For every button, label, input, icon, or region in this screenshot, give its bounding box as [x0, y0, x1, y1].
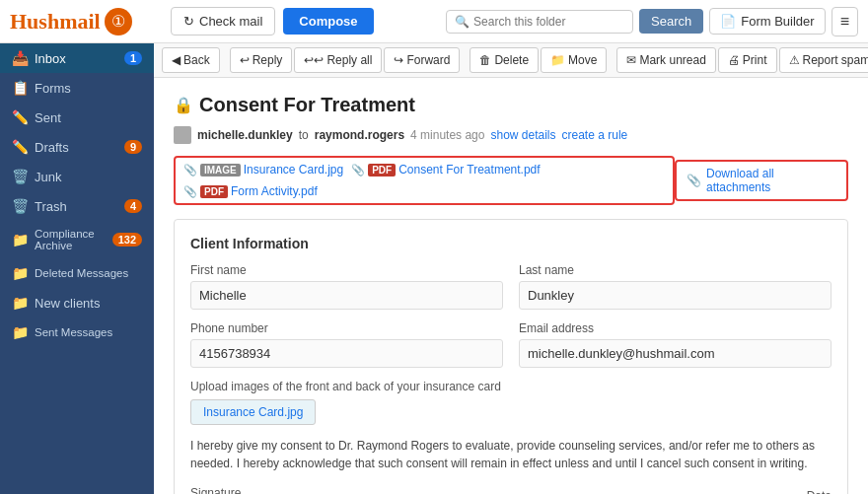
- signature-block: Signature Michelle Dunkley: [190, 486, 391, 494]
- att-type-3: PDF: [200, 185, 228, 198]
- menu-button[interactable]: ≡: [832, 7, 858, 36]
- name-row: First name Michelle Last name Dunkley: [190, 263, 832, 310]
- mark-unread-button[interactable]: ✉ Mark unread: [616, 47, 715, 73]
- drafts-icon: ✏️: [12, 139, 28, 155]
- upload-link[interactable]: Insurance Card.jpg: [190, 399, 316, 425]
- form-icon: 📄: [720, 14, 736, 29]
- reply-all-button[interactable]: ↩↩ Reply all: [294, 47, 382, 73]
- check-mail-button[interactable]: ↻ Check mail: [171, 7, 275, 35]
- print-button[interactable]: 🖨 Print: [718, 47, 777, 73]
- sidebar-item-newclients[interactable]: 📁 New clients: [0, 288, 154, 318]
- phone-value: 4156738934: [190, 339, 503, 368]
- att-type-1: IMAGE: [200, 164, 241, 176]
- drafts-badge: 9: [124, 140, 142, 154]
- reply-all-icon: ↩↩: [304, 53, 324, 67]
- time-ago: 4 minutes ago: [410, 128, 484, 142]
- delete-button[interactable]: 🗑 Delete: [470, 47, 539, 73]
- reply-button[interactable]: ↩ Reply: [230, 47, 293, 73]
- sidebar-item-deleted[interactable]: 📁 Deleted Messages: [0, 258, 154, 288]
- back-button[interactable]: ◀ Back: [162, 47, 220, 73]
- trash-badge: 4: [124, 199, 142, 213]
- print-icon: 🖨: [728, 53, 740, 67]
- show-details-link[interactable]: show details: [490, 128, 555, 142]
- attachments-list: 📎 IMAGE Insurance Card.jpg 📎 PDF Consent…: [174, 156, 675, 205]
- search-icon: 🔍: [455, 15, 470, 29]
- inbox-icon: 📥: [12, 50, 28, 66]
- clip-icon-1: 📎: [183, 164, 197, 176]
- consent-text: I hereby give my consent to Dr. Raymond …: [190, 437, 832, 472]
- att-link-2[interactable]: Consent For Treatment.pdf: [398, 163, 540, 176]
- first-name-label: First name: [190, 263, 503, 277]
- sidebar-item-inbox[interactable]: 📥 Inbox 1: [0, 43, 154, 73]
- email-meta: michelle.dunkley to raymond.rogers 4 min…: [174, 126, 848, 144]
- top-bar: Hushmail ↻ Check mail Compose 🔍 Search 📄…: [0, 0, 868, 43]
- trash-icon: 🗑️: [12, 198, 28, 214]
- form-card: Client Information First name Michelle L…: [174, 219, 848, 494]
- from-address: michelle.dunkley: [197, 128, 293, 142]
- sent-icon: ✏️: [12, 109, 28, 125]
- sig-date-row: Signature Michelle Dunkley Date 18 Jun 2…: [190, 486, 832, 494]
- forward-button[interactable]: ↪ Forward: [384, 47, 460, 73]
- report-spam-button[interactable]: ⚠ Report spam: [779, 47, 868, 73]
- logo-icon: [105, 8, 132, 35]
- logo: Hushmail: [10, 8, 163, 35]
- search-input-wrap: 🔍: [446, 10, 633, 34]
- inbox-badge: 1: [124, 51, 142, 65]
- email-toolbar: ◀ Back ↩ Reply ↩↩ Reply all ↪ Forward 🗑 …: [154, 43, 868, 78]
- compliance-icon: 📁: [12, 232, 28, 247]
- email-field: Email address michelle.dunkley@hushmail.…: [519, 321, 832, 368]
- last-name-label: Last name: [519, 263, 832, 277]
- sidebar: 📥 Inbox 1 📋 Forms ✏️ Sent ✏️ Drafts 9 🗑️…: [0, 43, 154, 494]
- sidebar-item-drafts[interactable]: ✏️ Drafts 9: [0, 132, 154, 162]
- sidebar-item-forms[interactable]: 📋 Forms: [0, 73, 154, 103]
- deleted-icon: 📁: [12, 265, 28, 281]
- attachment-3: 📎 PDF Form Activity.pdf: [183, 184, 318, 198]
- search-input[interactable]: [473, 15, 624, 29]
- sidebar-label-junk: Junk: [35, 170, 61, 184]
- create-rule-link[interactable]: create a rule: [562, 128, 628, 142]
- form-section-title: Client Information: [190, 236, 832, 251]
- logo-text: Hushmail: [10, 9, 101, 35]
- content-area: ◀ Back ↩ Reply ↩↩ Reply all ↪ Forward 🗑 …: [154, 43, 868, 494]
- sidebar-item-junk[interactable]: 🗑️ Junk: [0, 162, 154, 191]
- lock-icon: 🔒: [174, 96, 193, 114]
- att-link-3[interactable]: Form Activity.pdf: [231, 184, 318, 198]
- sidebar-label-deleted: Deleted Messages: [35, 267, 128, 279]
- newclients-icon: 📁: [12, 295, 28, 311]
- first-name-field: First name Michelle: [190, 263, 503, 310]
- sidebar-item-trash[interactable]: 🗑️ Trash 4: [0, 191, 154, 221]
- sender-avatar: [174, 126, 191, 144]
- move-button[interactable]: 📁 Move: [541, 47, 607, 73]
- sidebar-label-trash: Trash: [35, 199, 67, 214]
- sidebar-item-compliance[interactable]: 📁 Compliance Archive 132: [0, 221, 154, 258]
- sidebar-item-sentmessages[interactable]: 📁 Sent Messages: [0, 318, 154, 347]
- signature-label: Signature: [190, 486, 391, 494]
- search-area: 🔍 Search 📄 Form Builder ≡: [446, 7, 858, 36]
- sidebar-item-sent[interactable]: ✏️ Sent: [0, 103, 154, 132]
- form-builder-button[interactable]: 📄 Form Builder: [709, 8, 825, 35]
- sidebar-label-sent: Sent: [35, 110, 61, 125]
- forms-icon: 📋: [12, 80, 28, 96]
- compose-button[interactable]: Compose: [283, 8, 373, 35]
- first-name-value: Michelle: [190, 281, 503, 310]
- email-value: michelle.dunkley@hushmail.com: [519, 339, 832, 368]
- attachment-2: 📎 PDF Consent For Treatment.pdf: [351, 163, 540, 176]
- search-button[interactable]: Search: [639, 9, 703, 34]
- clip-icon-3: 📎: [183, 185, 197, 198]
- attachments-row: 📎 IMAGE Insurance Card.jpg 📎 PDF Consent…: [174, 156, 848, 205]
- date-label: Date: [733, 489, 832, 494]
- phone-field: Phone number 4156738934: [190, 321, 503, 368]
- junk-icon: 🗑️: [12, 169, 28, 184]
- email-subject: 🔒 Consent For Treatment: [174, 94, 848, 116]
- reply-icon: ↩: [240, 53, 250, 67]
- spam-icon: ⚠: [789, 53, 800, 67]
- sidebar-label-newclients: New clients: [35, 296, 100, 311]
- move-icon: 📁: [550, 53, 565, 67]
- download-all-button[interactable]: 📎 Download all attachments: [675, 160, 848, 201]
- back-icon: ◀: [172, 53, 181, 67]
- sidebar-label-forms: Forms: [35, 81, 71, 96]
- clip-icon-2: 📎: [351, 164, 365, 176]
- refresh-icon: ↻: [183, 14, 194, 29]
- sidebar-label-sentmessages: Sent Messages: [35, 326, 112, 338]
- att-link-1[interactable]: Insurance Card.jpg: [244, 163, 343, 176]
